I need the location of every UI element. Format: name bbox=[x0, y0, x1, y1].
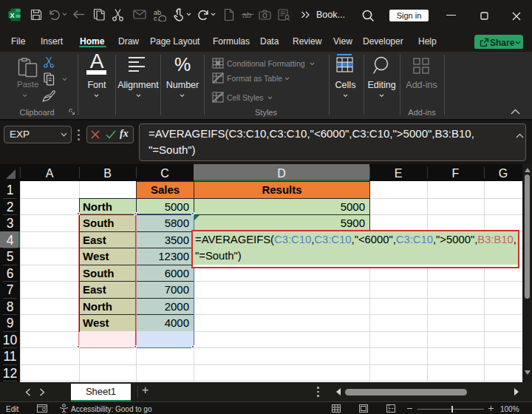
svg-text:X: X bbox=[10, 12, 14, 19]
svg-text:c: c bbox=[154, 15, 157, 21]
